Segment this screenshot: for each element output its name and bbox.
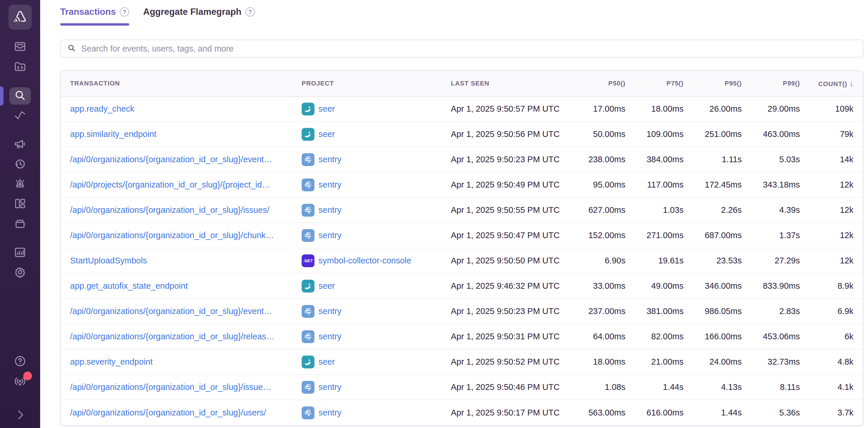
p50-cell: 64.00ms [567,332,625,341]
explore-icon [13,60,27,74]
help-icon[interactable]: ? [246,7,255,17]
tab-bar: Transactions ? Aggregate Flamegraph ? [60,6,863,26]
transaction-link[interactable]: /api/0/organizations/{organization_id_or… [70,332,291,341]
column-header[interactable]: P50() [567,80,625,87]
table-row: /api/0/organizations/{organization_id_or… [61,198,863,223]
project-link[interactable]: seer [318,357,335,367]
transaction-cell: app.severity_endpoint [70,357,302,367]
python-platform-icon [302,406,314,419]
transaction-link[interactable]: /api/0/organizations/{organization_id_or… [70,231,291,240]
transaction-link[interactable]: /api/0/organizations/{organization_id_or… [70,408,291,418]
transaction-link[interactable]: app.ready_check [70,104,291,114]
sidebar-item-replays[interactable] [9,156,31,173]
sidebar-item-whats-new[interactable] [9,373,31,390]
sidebar-item-search[interactable] [9,87,31,105]
column-header[interactable]: PROJECT [302,80,451,87]
transaction-link[interactable]: StartUploadSymbols [70,256,291,265]
last-seen-cell: Apr 1, 2025 9:50:57 PM UTC [451,104,567,114]
sidebar-item-settings[interactable] [9,264,31,282]
p50-cell: 33.00ms [567,281,625,291]
feedback-icon [13,137,27,152]
help-icon[interactable]: ? [120,7,129,17]
sidebar-item-dashboards[interactable] [9,195,31,213]
project-cell: .NET symbol-collector-console [302,255,451,267]
sidebar-item-feedback[interactable] [9,136,31,154]
project-link[interactable]: seer [318,281,335,291]
transaction-cell: /api/0/organizations/{organization_id_or… [70,306,302,316]
transaction-link[interactable]: /api/0/projects/{organization_id_or_slug… [70,180,291,190]
collapse-chevron-icon [13,408,27,423]
transaction-cell: /api/0/projects/{organization_id_or_slug… [70,180,302,190]
p99-cell: 453.06ms [742,332,800,341]
sidebar-item-alerts[interactable] [9,176,31,193]
last-seen-cell: Apr 1, 2025 9:50:23 PM UTC [451,306,567,316]
transaction-link[interactable]: app.similarity_endpoint [70,129,291,139]
sentry-logo-icon [12,8,28,26]
p95-cell: 986.05ms [684,306,742,316]
project-link[interactable]: sentry [318,180,341,190]
count-cell: 109k [800,104,854,114]
search-bar[interactable] [60,39,863,58]
transaction-link[interactable]: /api/0/organizations/{organization_id_or… [70,382,291,392]
transaction-cell: StartUploadSymbols [70,256,302,265]
column-header[interactable]: P95() [684,80,742,87]
p99-cell: 4.39s [742,205,800,215]
sidebar [0,0,40,428]
p99-cell: 1.37s [742,231,800,240]
p99-cell: 463.00ms [742,129,800,139]
project-link[interactable]: symbol-collector-console [318,256,411,265]
table-row: /api/0/projects/{organization_id_or_slug… [61,172,863,198]
table-row: /api/0/organizations/{organization_id_or… [61,147,863,172]
project-link[interactable]: seer [318,129,335,139]
transaction-link[interactable]: app.get_autofix_state_endpoint [70,281,291,291]
sidebar-item-stats[interactable] [9,244,31,262]
transaction-link[interactable]: /api/0/organizations/{organization_id_or… [70,155,291,164]
p75-cell: 117.00ms [625,180,684,190]
tab-aggregate-flamegraph[interactable]: Aggregate Flamegraph ? [143,6,255,26]
python-platform-icon [302,204,314,217]
transaction-link[interactable]: /api/0/organizations/{organization_id_or… [70,306,291,316]
project-link[interactable]: sentry [318,231,341,240]
project-link[interactable]: sentry [318,155,341,164]
project-link[interactable]: seer [318,104,335,114]
p99-cell: 27.29s [742,256,800,265]
tab-transactions[interactable]: Transactions ? [60,6,129,26]
p75-cell: 82.00ms [625,332,684,341]
column-header[interactable]: LAST SEEN [451,80,567,87]
column-header[interactable]: P99() [742,80,800,87]
count-cell: 12k [800,205,854,215]
sidebar-item-help[interactable] [9,353,31,370]
transaction-cell: app.get_autofix_state_endpoint [70,281,302,291]
p99-cell: 343.18ms [742,180,800,190]
project-link[interactable]: sentry [318,332,341,341]
project-link[interactable]: sentry [318,382,341,392]
search-input[interactable] [81,44,856,54]
sidebar-item-releases[interactable] [9,215,31,233]
search-icon [67,44,76,54]
project-cell: seer [302,280,451,293]
table-row: /api/0/organizations/{organization_id_or… [61,223,863,248]
project-link[interactable]: sentry [318,408,341,418]
p75-cell: 384.00ms [625,155,684,164]
project-link[interactable]: sentry [318,205,341,215]
column-header[interactable]: TRANSACTION [70,80,302,87]
sidebar-item-explore[interactable] [9,58,31,75]
p75-cell: 109.00ms [625,129,684,139]
project-cell: sentry [302,153,451,166]
sentry-logo-button[interactable] [8,5,32,30]
tab-aggregate-flamegraph-label: Aggregate Flamegraph [143,6,242,18]
p75-cell: 49.00ms [625,281,684,291]
sidebar-collapse-button[interactable] [9,406,31,424]
column-header[interactable]: P75() [625,80,684,87]
transactions-table: TRANSACTIONPROJECTLAST SEENP50()P75()P95… [60,70,863,426]
table-row: app.similarity_endpoint seer Apr 1, 2025… [61,122,863,147]
python-platform-icon [302,330,314,343]
last-seen-cell: Apr 1, 2025 9:50:47 PM UTC [451,231,567,240]
sidebar-item-traces[interactable] [9,107,31,125]
sidebar-item-issues[interactable] [9,38,31,56]
transaction-link[interactable]: /api/0/organizations/{organization_id_or… [70,205,291,215]
column-header[interactable]: COUNT()↓ [800,79,854,88]
transaction-cell: /api/0/organizations/{organization_id_or… [70,231,302,240]
transaction-link[interactable]: app.severity_endpoint [70,357,291,367]
project-link[interactable]: sentry [318,306,341,316]
